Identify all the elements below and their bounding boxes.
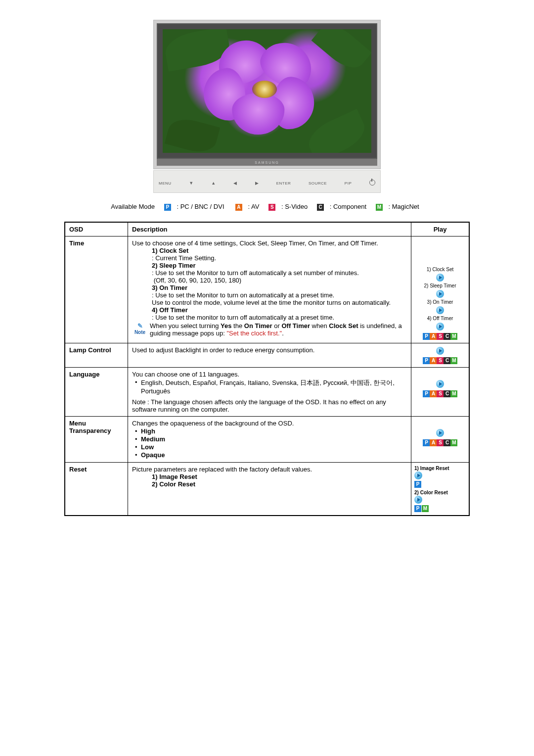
mode-badge-p: P	[164, 204, 171, 211]
osd-menu: Menu Transparency	[69, 420, 111, 434]
language-note: Note : The language chosen affects only …	[132, 398, 407, 413]
control-down: ▼	[189, 181, 193, 186]
note-icon: Note	[132, 322, 148, 335]
reset-badge-m: M	[422, 505, 429, 512]
play-reset-1: 1) Image Reset	[414, 466, 449, 471]
menu-opt-medium: Medium	[141, 435, 165, 443]
mode-text-c: : Component	[330, 203, 366, 210]
row-language: Language You can choose one of 11 langua…	[65, 367, 469, 416]
play-btn-icon	[414, 496, 422, 504]
control-menu: MENU	[159, 181, 172, 186]
available-mode-label: Available Mode	[111, 203, 155, 210]
time-item3-body2: Use to control the mode, volume level at…	[152, 299, 407, 306]
osd-language: Language	[69, 371, 99, 378]
row-lamp-control: Lamp Control Used to adjust Backlight in…	[65, 343, 469, 367]
play-btn-icon	[436, 323, 444, 331]
play-time-badges: PASCM	[415, 333, 465, 340]
osd-time: Time	[69, 239, 84, 247]
control-up: ▲	[211, 181, 216, 186]
mode-text-s: : S-Video	[281, 203, 308, 210]
control-left: ◀	[233, 181, 237, 186]
play-btn-icon	[436, 380, 444, 388]
play-btn-icon	[436, 306, 444, 314]
mode-text-p: : PC / BNC / DVI	[177, 203, 224, 210]
control-pip: PIP	[345, 181, 352, 186]
play-language-badges: PASCM	[415, 390, 465, 397]
play-time-1: 1) Clock Set	[415, 267, 465, 272]
mode-badge-a: A	[235, 204, 242, 211]
time-item1-body: : Current Time Setting.	[152, 254, 407, 262]
play-btn-icon	[436, 274, 444, 282]
header-play: Play	[411, 222, 470, 236]
lamp-body: Used to adjust Backlight in order to red…	[128, 343, 411, 367]
osd-table: OSD Description Play Time Use to choose …	[64, 222, 470, 516]
row-menu-transparency: Menu Transparency Changes the opaqueness…	[65, 416, 469, 462]
osd-lamp: Lamp Control	[69, 346, 111, 354]
play-btn-icon	[414, 472, 422, 479]
time-item3-heading: 3) On Timer	[152, 284, 187, 291]
time-item2-extra: (Off, 30, 60, 90, 120, 150, 180)	[154, 277, 242, 284]
play-time-3: 3) On Timer	[415, 299, 465, 305]
row-time: Time Use to choose one of 4 time setting…	[65, 236, 469, 343]
play-btn-icon	[436, 290, 444, 298]
row-reset: Reset Picture parameters are replaced wi…	[65, 462, 469, 516]
mode-text-m: : MagicNet	[389, 203, 419, 210]
time-item1-heading: 1) Clock Set	[152, 247, 188, 254]
time-item2-body: : Use to set the Monitor to turn off aut…	[152, 269, 407, 277]
language-intro: You can choose one of 11 languages.	[132, 371, 407, 378]
menu-intro: Changes the opaqueness of the background…	[132, 420, 407, 427]
language-list: English, Deutsch, Español, Français, Ita…	[141, 378, 407, 395]
header-description: Description	[128, 222, 411, 236]
reset-item1: 1) Image Reset	[152, 473, 197, 480]
play-time-4: 4) Off Timer	[415, 316, 465, 321]
play-menu-badges: PASCM	[415, 439, 465, 446]
menu-opt-opaque: Opaque	[141, 451, 165, 459]
play-reset-2: 2) Color Reset	[414, 490, 448, 495]
control-enter: ENTER	[276, 181, 291, 186]
play-lamp-badges: PASCM	[415, 357, 465, 364]
header-osd: OSD	[65, 222, 128, 236]
reset-badge-p2: P	[414, 505, 421, 512]
menu-opt-high: High	[141, 427, 155, 435]
play-btn-icon	[436, 429, 444, 437]
mode-text-a: : AV	[248, 203, 260, 210]
monitor-controls: MENU ▼ ▲ ◀ ▶ ENTER SOURCE PIP	[153, 170, 381, 193]
play-btn-icon	[436, 347, 444, 355]
control-right: ▶	[255, 181, 259, 186]
time-item4-heading: 4) Off Timer	[152, 306, 188, 314]
control-power-icon	[369, 180, 375, 187]
time-item3-body: : Use to set the Monitor to turn on auto…	[152, 291, 407, 299]
reset-badge-p: P	[414, 481, 421, 488]
time-intro: Use to choose one of 4 time settings, Cl…	[132, 239, 378, 247]
mode-badge-s: S	[268, 204, 275, 211]
monitor-illustration: SAMSUNG MENU ▼ ▲ ◀ ▶ ENTER SOURCE PIP	[153, 20, 381, 193]
time-note-text: When you select turning Yes the On Timer…	[150, 322, 407, 337]
reset-intro: Picture parameters are replaced with the…	[132, 466, 407, 473]
monitor-brand: SAMSUNG	[157, 159, 377, 166]
mode-badge-m: M	[376, 204, 383, 211]
time-item2-heading: 2) Sleep Timer	[152, 262, 196, 269]
mode-badge-c: C	[317, 204, 324, 211]
control-source: SOURCE	[309, 181, 327, 186]
table-header-row: OSD Description Play	[65, 222, 469, 236]
available-mode-line: Available Mode P : PC / BNC / DVI A : AV…	[64, 203, 470, 211]
osd-reset: Reset	[69, 466, 87, 473]
play-time-2: 2) Sleep Timer	[415, 283, 465, 288]
reset-item2: 2) Color Reset	[152, 480, 195, 488]
time-item4-body: : Use to set the monitor to turn off aut…	[152, 314, 407, 321]
menu-opt-low: Low	[141, 443, 154, 451]
monitor-screen	[163, 29, 371, 153]
